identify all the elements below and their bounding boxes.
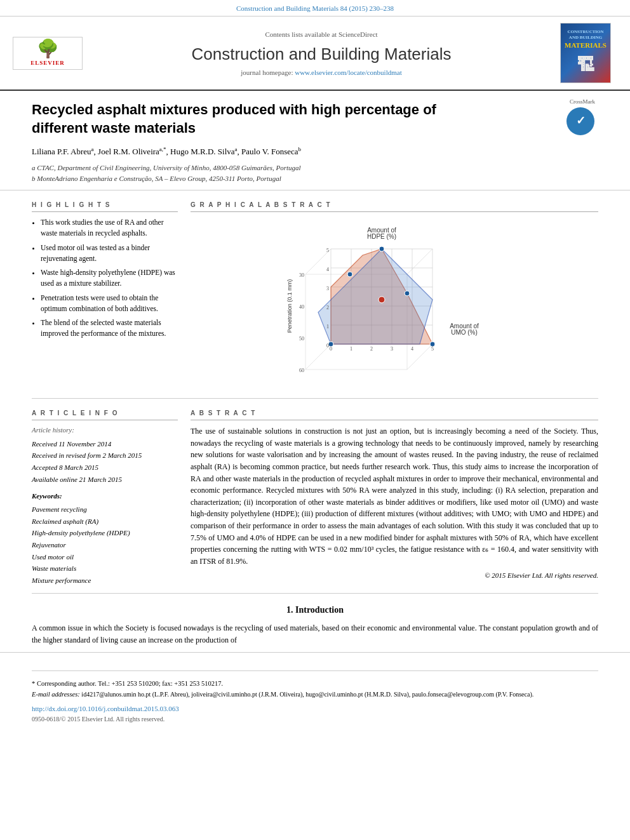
- svg-text:HDPE (%): HDPE (%): [367, 233, 396, 240]
- affiliations: a CTAC, Department of Civil Engineering,…: [32, 163, 598, 183]
- abstract-text: The use of sustainable solutions in cons…: [191, 425, 598, 567]
- svg-text:40: 40: [299, 304, 304, 310]
- graphical-abstract-figure: Amount of HDPE (%) Penetration (0.1 mm) …: [191, 217, 598, 398]
- keywords-label: Keywords:: [32, 491, 178, 501]
- abstract-label: A B S T R A C T: [191, 409, 598, 420]
- svg-text:50: 50: [299, 336, 304, 342]
- doi-line[interactable]: http://dx.doi.org/10.1016/j.conbuildmat.…: [32, 704, 598, 714]
- crossmark-badge[interactable]: CrossMark ✓: [566, 98, 598, 130]
- introduction-section: 1. Introduction A common issue in which …: [0, 604, 630, 646]
- svg-point-27: [379, 246, 384, 251]
- email-footnote: E-mail addresses: id4217@alunos.umin ho.…: [32, 690, 598, 700]
- highlights-abstract-row: H I G H L I G H T S This work studies th…: [0, 201, 630, 398]
- svg-text:5: 5: [431, 346, 434, 352]
- svg-text:0: 0: [326, 343, 329, 349]
- crossmark-icon: ✓: [566, 107, 594, 135]
- issn-line: 0950-0618/© 2015 Elsevier Ltd. All right…: [32, 715, 598, 724]
- highlight-item-3: Waste high-density polyethylene (HDPE) w…: [41, 267, 178, 290]
- homepage-link[interactable]: www.elsevier.com/locate/conbuildmat: [295, 69, 402, 76]
- authors-text: Liliana P.F. Abreua, Joel R.M. Oliveiraa…: [32, 147, 301, 156]
- highlight-item-5: The blend of the selected waste material…: [41, 317, 178, 340]
- svg-text:4: 4: [326, 267, 329, 272]
- corresponding-author-note: * Corresponding author. Tel.: +351 253 5…: [32, 679, 598, 690]
- revised-date: Received in revised form 2 March 2015: [32, 450, 178, 462]
- paper-title: Recycled asphalt mixtures produced with …: [32, 101, 489, 137]
- svg-text:1: 1: [350, 346, 352, 352]
- info-abstract-row: A R T I C L E I N F O Article history: R…: [0, 409, 630, 586]
- highlights-col: H I G H L I G H T S This work studies th…: [32, 201, 178, 398]
- article-history-items: Received 11 November 2014 Received in re…: [32, 438, 178, 486]
- highlights-list: This work studies the use of RA and othe…: [32, 217, 178, 340]
- article-info-col: A R T I C L E I N F O Article history: R…: [32, 409, 178, 586]
- journal-name: Construction and Building Materials: [95, 43, 547, 65]
- section-divider: [32, 398, 598, 399]
- journal-homepage: journal homepage: www.elsevier.com/locat…: [95, 68, 547, 77]
- keyword-4: Rejuvenator: [32, 539, 178, 551]
- highlight-item-4: Penetration tests were used to obtain th…: [41, 293, 178, 315]
- intro-text: A common issue in which the Society is f…: [32, 622, 598, 646]
- svg-text:0: 0: [330, 346, 332, 352]
- cover-materials-text: MATERIALS: [565, 41, 607, 50]
- authors-line: Liliana P.F. Abreua, Joel R.M. Oliveiraa…: [32, 145, 598, 158]
- elsevier-tree-icon: 🌳: [16, 40, 79, 58]
- doi-link[interactable]: http://dx.doi.org/10.1016/j.conbuildmat.…: [32, 705, 179, 712]
- svg-text:UMO (%): UMO (%): [451, 329, 478, 336]
- corresponding-author-text: * Corresponding author. Tel.: +351 253 5…: [32, 680, 223, 687]
- email-addresses: id4217@alunos.umin ho.pt (L.P.F. Abreu),…: [81, 691, 533, 698]
- svg-text:3: 3: [326, 286, 329, 291]
- cover-image: Construction and Building MATERIALS 🏗: [560, 23, 611, 83]
- highlight-item-2: Used motor oil was tested as a binder re…: [41, 243, 178, 265]
- radar-chart-svg: Amount of HDPE (%) Penetration (0.1 mm) …: [280, 223, 509, 389]
- highlights-label: H I G H L I G H T S: [32, 201, 178, 212]
- journal-header: 🌳 ELSEVIER Contents lists available at S…: [0, 17, 630, 91]
- graphical-abstract-label: G R A P H I C A L A B S T R A C T: [191, 201, 598, 212]
- svg-point-31: [347, 272, 352, 277]
- svg-text:30: 30: [299, 272, 304, 278]
- affiliation-b: b MonteAdriano Engenharia e Construção, …: [32, 173, 598, 184]
- received-date: Received 11 November 2014: [32, 438, 178, 450]
- svg-text:Penetration (0.1 mm): Penetration (0.1 mm): [286, 279, 293, 333]
- keyword-6: Waste materials: [32, 563, 178, 575]
- intro-divider: [32, 593, 598, 594]
- sciencedirect-text: Contents lists available at ScienceDirec…: [95, 29, 547, 40]
- cover-icon: 🏗: [577, 53, 594, 77]
- svg-text:2: 2: [370, 346, 373, 352]
- svg-point-32: [379, 297, 385, 303]
- journal-title-center: Contents lists available at ScienceDirec…: [83, 29, 560, 78]
- graphical-abstract-col: G R A P H I C A L A B S T R A C T Amount…: [191, 201, 598, 398]
- highlight-item-1: This work studies the use of RA and othe…: [41, 217, 178, 239]
- citation-bar: Construction and Building Materials 84 (…: [0, 0, 630, 17]
- intro-heading: 1. Introduction: [32, 604, 598, 617]
- keywords-list: Pavement recycling Reclaimed asphalt (RA…: [32, 503, 178, 587]
- keyword-5: Used motor oil: [32, 551, 178, 563]
- online-date: Available online 21 March 2015: [32, 474, 178, 486]
- svg-point-28: [405, 291, 410, 296]
- svg-text:60: 60: [299, 368, 304, 373]
- footer-section: * Corresponding author. Tel.: +351 253 5…: [0, 652, 630, 730]
- copyright-text: © 2015 Elsevier Ltd. All rights reserved…: [191, 571, 598, 580]
- svg-text:3: 3: [391, 346, 393, 352]
- svg-text:2: 2: [326, 305, 329, 310]
- journal-cover: Construction and Building MATERIALS 🏗: [560, 23, 617, 83]
- keyword-1: Pavement recycling: [32, 503, 178, 516]
- svg-line-18: [407, 249, 432, 274]
- citation-text: Construction and Building Materials 84 (…: [236, 4, 394, 12]
- affiliation-a: a CTAC, Department of Civil Engineering,…: [32, 163, 598, 173]
- abstract-col: A B S T R A C T The use of sustainable s…: [191, 409, 598, 586]
- svg-marker-26: [318, 249, 432, 344]
- keyword-7: Mixture performance: [32, 575, 178, 587]
- svg-text:5: 5: [326, 248, 329, 253]
- elsevier-logo: 🌳 ELSEVIER: [13, 37, 83, 70]
- footer-divider: [32, 670, 598, 671]
- svg-text:1: 1: [326, 324, 329, 330]
- article-info-label: A R T I C L E I N F O: [32, 409, 178, 420]
- paper-title-section: CrossMark ✓ Recycled asphalt mixtures pr…: [0, 91, 630, 190]
- accepted-date: Accepted 8 March 2015: [32, 462, 178, 474]
- svg-text:4: 4: [411, 346, 413, 352]
- keyword-3: High-density polyethylene (HDPE): [32, 527, 178, 539]
- keyword-2: Reclaimed asphalt (RA): [32, 516, 178, 528]
- elsevier-label: ELSEVIER: [16, 59, 79, 67]
- article-history-label: Article history:: [32, 425, 178, 435]
